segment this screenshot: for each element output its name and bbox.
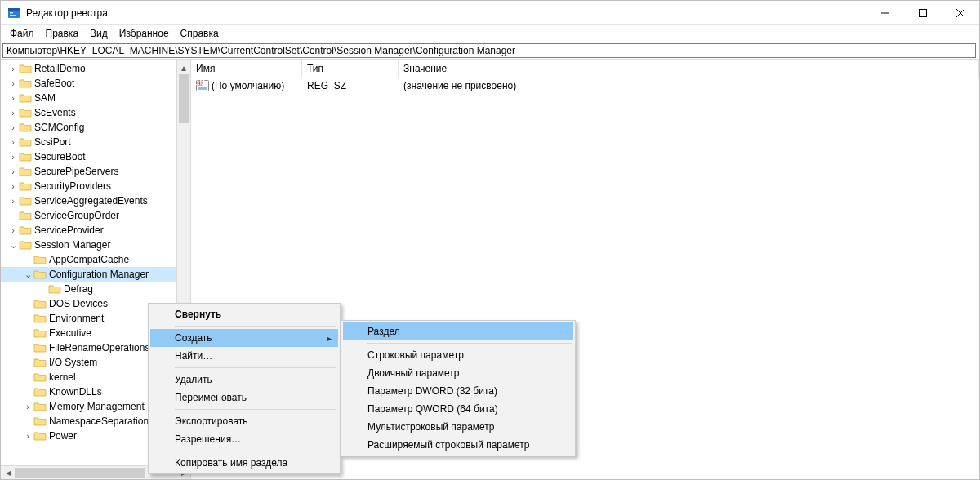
ctx-copy-key-name[interactable]: Копировать имя раздела <box>150 454 338 472</box>
address-input[interactable]: Компьютер\HKEY_LOCAL_MACHINE\SYSTEM\Curr… <box>2 43 976 58</box>
tree-item-securityproviders[interactable]: ›SecurityProviders <box>1 179 190 193</box>
ctx-new-string[interactable]: Строковый параметр <box>343 346 573 364</box>
tree-item-sam[interactable]: ›SAM <box>1 91 190 105</box>
folder-icon <box>19 151 32 162</box>
menu-fav[interactable]: Избранное <box>114 27 175 40</box>
col-value[interactable]: Значение <box>399 60 979 78</box>
folder-icon <box>33 254 47 265</box>
chevron-right-icon[interactable]: › <box>7 151 19 162</box>
chevron-right-icon[interactable]: › <box>7 180 19 192</box>
menu-file[interactable]: Файл <box>4 27 40 40</box>
ctx-new-dword[interactable]: Параметр DWORD (32 бита) <box>343 382 573 400</box>
ctx-permissions[interactable]: Разрешения… <box>150 430 338 448</box>
svg-rect-7 <box>920 9 927 16</box>
context-submenu-new[interactable]: Раздел Строковый параметр Двоичный парам… <box>341 320 576 456</box>
minimize-button[interactable] <box>866 1 904 25</box>
tree-label: SCMConfig <box>34 122 84 133</box>
chevron-right-icon[interactable]: › <box>22 401 33 412</box>
tree-item-configurationmanager[interactable]: ⌄Configuration Manager <box>1 267 190 282</box>
tree-label: Configuration Manager <box>49 269 149 280</box>
tree-label: I/O System <box>49 357 97 368</box>
tree-label: Defrag <box>64 283 93 295</box>
ctx-new-qword[interactable]: Параметр QWORD (64 бита) <box>343 400 573 418</box>
tree-label: ServiceAggregatedEvents <box>34 195 148 207</box>
separator <box>175 326 336 327</box>
chevron-right-icon[interactable]: › <box>22 430 33 442</box>
col-name[interactable]: Имя <box>191 60 302 78</box>
tree-item-scevents[interactable]: ›ScEvents <box>1 105 190 120</box>
folder-icon <box>19 107 32 118</box>
tree-item-safeboot[interactable]: ›SafeBoot <box>1 76 190 91</box>
folder-icon <box>19 195 32 207</box>
folder-icon <box>19 224 32 236</box>
tree-label: SecurityProviders <box>34 180 111 192</box>
app-icon <box>7 7 20 20</box>
scroll-up-icon[interactable]: ▴ <box>177 60 190 74</box>
tree-item-defrag[interactable]: Defrag <box>1 282 190 296</box>
tree-item-serviceprovider[interactable]: ›ServiceProvider <box>1 223 190 238</box>
tree-item-scmconfig[interactable]: ›SCMConfig <box>1 120 190 135</box>
ctx-new[interactable]: Создать▸ <box>150 329 338 347</box>
hscroll-thumb[interactable] <box>15 468 145 478</box>
ctx-new-multistring[interactable]: Мультистроковый параметр <box>343 418 573 436</box>
folder-icon <box>19 136 32 148</box>
chevron-right-icon[interactable]: › <box>7 122 19 133</box>
chevron-right-icon[interactable]: › <box>7 224 19 236</box>
folder-icon <box>19 180 32 192</box>
tree-label: Memory Management <box>49 401 145 412</box>
list-row[interactable]: (По умолчанию) REG_SZ (значение не присв… <box>191 78 979 93</box>
chevron-right-icon[interactable]: › <box>7 166 19 177</box>
tree-label: SecureBoot <box>34 151 86 162</box>
chevron-down-icon[interactable]: ⌄ <box>22 269 33 280</box>
folder-icon <box>19 92 32 104</box>
chevron-right-icon[interactable]: › <box>7 63 19 74</box>
menu-edit[interactable]: Правка <box>40 27 85 40</box>
tree-label: ServiceGroupOrder <box>34 210 119 221</box>
ctx-new-expandstring[interactable]: Расширяемый строковый параметр <box>343 436 573 454</box>
chevron-right-icon[interactable]: › <box>7 107 19 118</box>
tree-label: RetailDemo <box>34 63 86 74</box>
col-type[interactable]: Тип <box>302 60 399 78</box>
ctx-rename[interactable]: Переименовать <box>150 389 338 407</box>
tree-item-scsiport[interactable]: ›ScsiPort <box>1 135 190 149</box>
tree-item-appcompatcache[interactable]: AppCompatCache <box>1 252 190 267</box>
tree-label: Executive <box>49 327 91 339</box>
value-name: (По умолчанию) <box>212 80 284 91</box>
tree-label: Session Manager <box>34 239 110 251</box>
maximize-button[interactable] <box>904 1 942 25</box>
chevron-right-icon[interactable]: › <box>7 136 19 148</box>
tree-label: Environment <box>49 313 104 324</box>
tree-item-servicegrouporder[interactable]: ServiceGroupOrder <box>1 208 190 223</box>
tree-item-securepipeservers[interactable]: ›SecurePipeServers <box>1 164 190 179</box>
context-menu[interactable]: Свернуть Создать▸ Найти… Удалить Переиме… <box>148 303 341 474</box>
menu-help[interactable]: Справка <box>175 27 225 40</box>
chevron-down-icon[interactable]: ⌄ <box>7 239 19 251</box>
chevron-right-icon[interactable]: › <box>7 195 19 207</box>
reg-string-icon <box>196 80 209 91</box>
scroll-left-icon[interactable]: ◂ <box>1 466 15 480</box>
chevron-right-icon[interactable]: › <box>7 78 19 89</box>
vscroll-thumb[interactable] <box>179 74 189 123</box>
ctx-find[interactable]: Найти… <box>150 347 338 365</box>
folder-icon <box>48 283 61 295</box>
tree-label: KnownDLLs <box>49 386 102 398</box>
tree-label: ScEvents <box>34 107 76 118</box>
ctx-collapse[interactable]: Свернуть <box>150 305 338 323</box>
addressbar: Компьютер\HKEY_LOCAL_MACHINE\SYSTEM\Curr… <box>1 42 979 60</box>
tree-item-sessionmanager[interactable]: ⌄Session Manager <box>1 238 190 252</box>
separator <box>368 343 572 344</box>
tree-item-serviceaggregatedevents[interactable]: ›ServiceAggregatedEvents <box>1 193 190 208</box>
tree-label: ScsiPort <box>34 136 71 148</box>
ctx-new-key[interactable]: Раздел <box>343 322 573 340</box>
ctx-delete[interactable]: Удалить <box>150 371 338 389</box>
ctx-new-binary[interactable]: Двоичный параметр <box>343 364 573 382</box>
chevron-right-icon[interactable]: › <box>7 92 19 104</box>
separator <box>175 409 336 410</box>
tree-item-secureboot[interactable]: ›SecureBoot <box>1 149 190 164</box>
tree-item-retaildemo[interactable]: ›RetailDemo <box>1 61 190 76</box>
list-header: Имя Тип Значение <box>191 60 979 78</box>
menu-view[interactable]: Вид <box>84 27 114 40</box>
close-button[interactable] <box>942 1 979 25</box>
value-type: REG_SZ <box>302 80 399 91</box>
ctx-export[interactable]: Экспортировать <box>150 412 338 430</box>
